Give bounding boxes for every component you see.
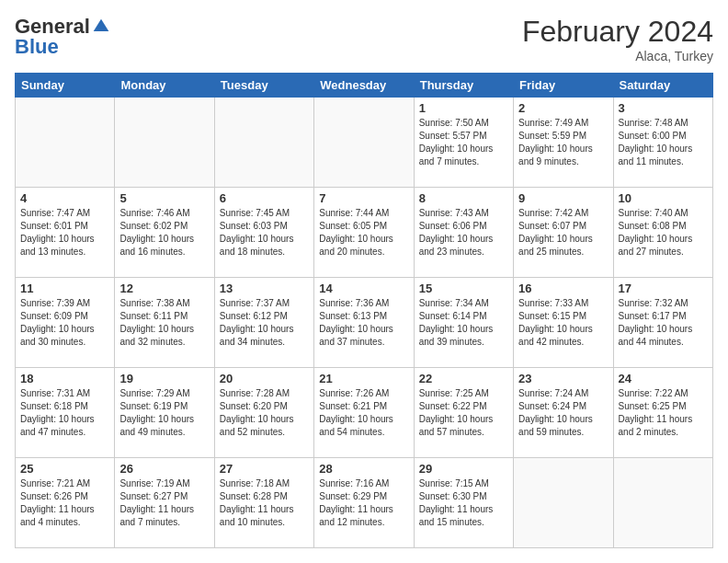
day-cell: 28Sunrise: 7:16 AM Sunset: 6:29 PM Dayli… bbox=[314, 458, 414, 548]
day-number: 3 bbox=[619, 101, 708, 115]
day-number: 7 bbox=[319, 191, 408, 205]
day-number: 11 bbox=[20, 282, 109, 295]
col-header-sunday: Sunday bbox=[16, 74, 115, 98]
week-row-2: 11Sunrise: 7:39 AM Sunset: 6:09 PM Dayli… bbox=[16, 278, 713, 368]
day-info: Sunrise: 7:40 AM Sunset: 6:08 PM Dayligh… bbox=[619, 207, 708, 259]
col-header-monday: Monday bbox=[115, 74, 214, 98]
day-number: 13 bbox=[220, 282, 309, 295]
day-info: Sunrise: 7:24 AM Sunset: 6:24 PM Dayligh… bbox=[518, 387, 608, 439]
col-header-friday: Friday bbox=[514, 74, 613, 98]
day-number: 21 bbox=[319, 372, 408, 385]
day-info: Sunrise: 7:36 AM Sunset: 6:13 PM Dayligh… bbox=[319, 297, 408, 349]
day-number: 2 bbox=[518, 101, 608, 115]
day-number: 6 bbox=[220, 191, 309, 205]
logo-blue-text: Blue bbox=[15, 35, 59, 59]
day-number: 28 bbox=[319, 462, 408, 476]
day-cell bbox=[613, 458, 712, 548]
day-cell: 26Sunrise: 7:19 AM Sunset: 6:27 PM Dayli… bbox=[115, 458, 214, 548]
day-cell: 11Sunrise: 7:39 AM Sunset: 6:09 PM Dayli… bbox=[16, 278, 115, 368]
day-info: Sunrise: 7:25 AM Sunset: 6:22 PM Dayligh… bbox=[419, 387, 508, 439]
day-number: 4 bbox=[20, 191, 109, 205]
day-cell: 3Sunrise: 7:48 AM Sunset: 6:00 PM Daylig… bbox=[613, 98, 712, 188]
day-info: Sunrise: 7:32 AM Sunset: 6:17 PM Dayligh… bbox=[619, 297, 708, 349]
week-row-4: 25Sunrise: 7:21 AM Sunset: 6:26 PM Dayli… bbox=[16, 458, 713, 548]
title-month: February 2024 bbox=[522, 15, 713, 49]
day-info: Sunrise: 7:38 AM Sunset: 6:11 PM Dayligh… bbox=[119, 297, 209, 349]
day-cell: 14Sunrise: 7:36 AM Sunset: 6:13 PM Dayli… bbox=[314, 278, 414, 368]
day-number: 22 bbox=[419, 372, 508, 385]
day-info: Sunrise: 7:39 AM Sunset: 6:09 PM Dayligh… bbox=[20, 297, 109, 349]
day-cell: 5Sunrise: 7:46 AM Sunset: 6:02 PM Daylig… bbox=[115, 188, 214, 278]
col-header-thursday: Thursday bbox=[414, 74, 513, 98]
day-info: Sunrise: 7:22 AM Sunset: 6:25 PM Dayligh… bbox=[619, 387, 708, 439]
day-info: Sunrise: 7:31 AM Sunset: 6:18 PM Dayligh… bbox=[20, 387, 109, 439]
day-number: 26 bbox=[119, 462, 209, 476]
day-info: Sunrise: 7:42 AM Sunset: 6:07 PM Dayligh… bbox=[518, 207, 608, 259]
day-info: Sunrise: 7:28 AM Sunset: 6:20 PM Dayligh… bbox=[220, 387, 309, 439]
day-number: 15 bbox=[419, 282, 508, 295]
day-cell: 23Sunrise: 7:24 AM Sunset: 6:24 PM Dayli… bbox=[514, 368, 613, 458]
day-cell bbox=[214, 98, 313, 188]
logo-icon bbox=[92, 17, 110, 36]
day-info: Sunrise: 7:16 AM Sunset: 6:29 PM Dayligh… bbox=[319, 477, 408, 529]
day-info: Sunrise: 7:48 AM Sunset: 6:00 PM Dayligh… bbox=[619, 117, 708, 168]
day-info: Sunrise: 7:34 AM Sunset: 6:14 PM Dayligh… bbox=[419, 297, 508, 349]
day-number: 18 bbox=[20, 372, 109, 385]
day-cell: 25Sunrise: 7:21 AM Sunset: 6:26 PM Dayli… bbox=[16, 458, 115, 548]
day-info: Sunrise: 7:43 AM Sunset: 6:06 PM Dayligh… bbox=[419, 207, 508, 259]
header: General Blue February 2024 Alaca, Turkey bbox=[15, 15, 713, 63]
day-info: Sunrise: 7:37 AM Sunset: 6:12 PM Dayligh… bbox=[220, 297, 309, 349]
day-number: 10 bbox=[619, 191, 708, 205]
day-number: 23 bbox=[518, 372, 608, 385]
day-number: 17 bbox=[619, 282, 708, 295]
day-cell: 2Sunrise: 7:49 AM Sunset: 5:59 PM Daylig… bbox=[514, 98, 613, 188]
day-number: 9 bbox=[518, 191, 608, 205]
day-cell: 18Sunrise: 7:31 AM Sunset: 6:18 PM Dayli… bbox=[16, 368, 115, 458]
day-number: 27 bbox=[220, 462, 309, 476]
day-cell: 10Sunrise: 7:40 AM Sunset: 6:08 PM Dayli… bbox=[613, 188, 712, 278]
calendar-table: SundayMondayTuesdayWednesdayThursdayFrid… bbox=[15, 73, 713, 548]
day-cell: 21Sunrise: 7:26 AM Sunset: 6:21 PM Dayli… bbox=[314, 368, 414, 458]
day-cell bbox=[514, 458, 613, 548]
day-info: Sunrise: 7:18 AM Sunset: 6:28 PM Dayligh… bbox=[220, 477, 309, 529]
day-info: Sunrise: 7:46 AM Sunset: 6:02 PM Dayligh… bbox=[119, 207, 209, 259]
day-cell: 16Sunrise: 7:33 AM Sunset: 6:15 PM Dayli… bbox=[514, 278, 613, 368]
day-cell bbox=[314, 98, 414, 188]
col-header-tuesday: Tuesday bbox=[214, 74, 313, 98]
day-cell: 4Sunrise: 7:47 AM Sunset: 6:01 PM Daylig… bbox=[16, 188, 115, 278]
day-info: Sunrise: 7:50 AM Sunset: 5:57 PM Dayligh… bbox=[419, 117, 508, 168]
day-number: 5 bbox=[119, 191, 209, 205]
day-info: Sunrise: 7:19 AM Sunset: 6:27 PM Dayligh… bbox=[119, 477, 209, 529]
day-cell: 15Sunrise: 7:34 AM Sunset: 6:14 PM Dayli… bbox=[414, 278, 513, 368]
svg-marker-0 bbox=[94, 19, 109, 31]
title-block: February 2024 Alaca, Turkey bbox=[522, 15, 713, 63]
day-info: Sunrise: 7:47 AM Sunset: 6:01 PM Dayligh… bbox=[20, 207, 109, 259]
page: General Blue February 2024 Alaca, Turkey… bbox=[0, 0, 728, 563]
day-info: Sunrise: 7:29 AM Sunset: 6:19 PM Dayligh… bbox=[119, 387, 209, 439]
day-cell: 22Sunrise: 7:25 AM Sunset: 6:22 PM Dayli… bbox=[414, 368, 513, 458]
day-cell: 8Sunrise: 7:43 AM Sunset: 6:06 PM Daylig… bbox=[414, 188, 513, 278]
day-number: 29 bbox=[419, 462, 508, 476]
day-cell: 27Sunrise: 7:18 AM Sunset: 6:28 PM Dayli… bbox=[214, 458, 313, 548]
day-cell: 29Sunrise: 7:15 AM Sunset: 6:30 PM Dayli… bbox=[414, 458, 513, 548]
day-number: 19 bbox=[119, 372, 209, 385]
week-row-0: 1Sunrise: 7:50 AM Sunset: 5:57 PM Daylig… bbox=[16, 98, 713, 188]
title-location: Alaca, Turkey bbox=[522, 49, 713, 63]
day-cell: 24Sunrise: 7:22 AM Sunset: 6:25 PM Dayli… bbox=[613, 368, 712, 458]
week-row-3: 18Sunrise: 7:31 AM Sunset: 6:18 PM Dayli… bbox=[16, 368, 713, 458]
calendar-header-row: SundayMondayTuesdayWednesdayThursdayFrid… bbox=[16, 74, 713, 98]
day-number: 20 bbox=[220, 372, 309, 385]
day-info: Sunrise: 7:44 AM Sunset: 6:05 PM Dayligh… bbox=[319, 207, 408, 259]
day-cell: 1Sunrise: 7:50 AM Sunset: 5:57 PM Daylig… bbox=[414, 98, 513, 188]
col-header-saturday: Saturday bbox=[613, 74, 712, 98]
day-number: 16 bbox=[518, 282, 608, 295]
day-number: 8 bbox=[419, 191, 508, 205]
day-info: Sunrise: 7:45 AM Sunset: 6:03 PM Dayligh… bbox=[220, 207, 309, 259]
day-cell: 6Sunrise: 7:45 AM Sunset: 6:03 PM Daylig… bbox=[214, 188, 313, 278]
day-number: 12 bbox=[119, 282, 209, 295]
day-cell: 17Sunrise: 7:32 AM Sunset: 6:17 PM Dayli… bbox=[613, 278, 712, 368]
day-number: 24 bbox=[619, 372, 708, 385]
week-row-1: 4Sunrise: 7:47 AM Sunset: 6:01 PM Daylig… bbox=[16, 188, 713, 278]
logo: General Blue bbox=[15, 15, 110, 59]
day-number: 1 bbox=[419, 101, 508, 115]
